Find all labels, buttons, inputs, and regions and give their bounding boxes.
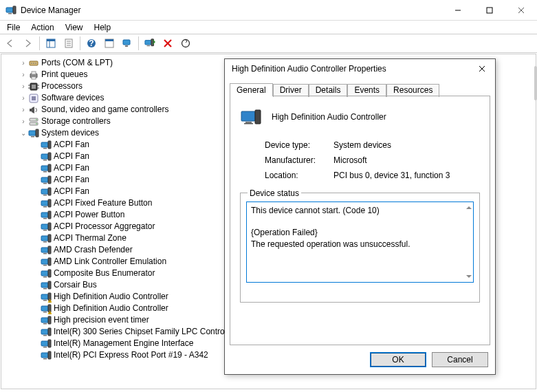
tree-item-label: ACPI Fan — [54, 151, 92, 162]
tree-item-label: System devices — [41, 127, 102, 139]
dialog-close-button[interactable] — [472, 61, 492, 77]
tree-item-label: Storage controllers — [41, 116, 113, 127]
ok-button[interactable]: OK — [370, 352, 426, 367]
toolbar: ? — [0, 34, 537, 53]
info-value: System devices — [333, 140, 480, 150]
tree-item-label: Intel(R) Management Engine Interface — [54, 338, 196, 349]
device-info-grid: Device type:System devicesManufacturer:M… — [265, 140, 480, 180]
tree-item-label: ACPI Processor Aggregator — [54, 221, 157, 232]
expand-icon[interactable]: › — [19, 80, 28, 92]
tree-item-label: Intel(R) PCI Express Root Port #19 - A34… — [54, 349, 211, 361]
nav-forward-button[interactable] — [20, 35, 36, 52]
maximize-button[interactable] — [474, 0, 505, 21]
dialog-titlebar: High Definition Audio Controller Propert… — [225, 59, 495, 78]
tree-item-label: High Definition Audio Controller — [54, 291, 171, 303]
close-button[interactable] — [505, 0, 537, 21]
cancel-button[interactable]: Cancel — [432, 352, 488, 367]
system-icon — [41, 198, 52, 209]
system-icon — [41, 175, 52, 186]
window-title: Device Manager — [21, 6, 442, 15]
tree-item-label: ACPI Fan — [54, 162, 92, 174]
port-icon — [28, 58, 39, 69]
system-icon — [41, 233, 52, 244]
tree-item-label: AMD Crash Defender — [54, 244, 135, 256]
dialog-title: High Definition Audio Controller Propert… — [232, 64, 472, 74]
svg-rect-46 — [125, 45, 128, 47]
expand-icon[interactable]: › — [19, 69, 28, 80]
dialog-tabstrip: GeneralDriverDetailsEventsResources — [225, 78, 495, 96]
device-status-label: Device status — [248, 188, 301, 198]
main-scrollbar[interactable] — [534, 54, 537, 384]
svg-rect-35 — [47, 39, 55, 41]
device-status-text[interactable]: This device cannot start. (Code 10) {Ope… — [246, 202, 474, 283]
system-icon — [41, 327, 52, 338]
properties-dialog: High Definition Audio Controller Propert… — [224, 58, 496, 375]
tree-item-label: ACPI Fan — [54, 186, 92, 197]
soft-icon — [28, 93, 39, 104]
tree-item-label: Sound, video and game controllers — [41, 104, 171, 116]
system-icon — [41, 257, 52, 268]
help-button[interactable]: ? — [83, 35, 100, 52]
system-icon — [41, 140, 52, 151]
tree-item-label: High precision event timer — [54, 314, 152, 326]
info-label: Location: — [265, 171, 333, 180]
properties-button[interactable] — [61, 35, 77, 52]
expand-icon[interactable]: › — [19, 57, 28, 69]
expand-icon[interactable]: › — [19, 104, 28, 116]
system-icon — [41, 268, 52, 279]
tab-general[interactable]: General — [230, 83, 273, 96]
tree-item-label: High Definition Audio Controller — [54, 303, 171, 314]
minimize-button[interactable] — [442, 0, 474, 21]
uninstall-device-button[interactable] — [160, 35, 176, 52]
info-value: PCI bus 0, device 31, function 3 — [333, 171, 480, 180]
storage-icon — [28, 116, 39, 127]
audio-icon — [28, 105, 39, 116]
system-warn-icon — [41, 303, 52, 314]
show-hide-button[interactable] — [43, 35, 59, 52]
device-name: High Definition Audio Controller — [272, 112, 386, 122]
options-button[interactable] — [101, 35, 118, 52]
svg-rect-44 — [105, 39, 113, 41]
system-icon — [41, 338, 52, 349]
system-icon — [41, 315, 52, 326]
tree-item-label: ACPI Power Button — [54, 209, 127, 221]
expand-icon[interactable]: › — [19, 116, 28, 127]
menubar: FileActionViewHelp — [0, 21, 537, 34]
system-icon — [41, 186, 52, 197]
expand-icon[interactable]: › — [19, 92, 28, 104]
info-label: Manufacturer: — [265, 155, 333, 165]
device-icon — [240, 106, 262, 128]
system-icon — [41, 221, 52, 232]
menu-help[interactable]: Help — [89, 22, 117, 33]
svg-rect-45 — [123, 40, 130, 45]
tree-item-label: Ports (COM & LPT) — [41, 57, 116, 69]
system-icon — [41, 280, 52, 291]
collapse-icon[interactable]: ⌄ — [19, 127, 28, 139]
system-icon — [41, 163, 52, 174]
svg-text:?: ? — [89, 39, 94, 48]
tree-item-label: Composite Bus Enumerator — [54, 268, 157, 279]
titlebar: Device Manager — [0, 0, 537, 21]
tree-item-label: ACPI Fan — [54, 174, 92, 186]
tree-item-label: Corsair Bus — [54, 279, 100, 291]
scan-hardware-button[interactable] — [142, 35, 158, 52]
svg-rect-31 — [487, 8, 492, 13]
nav-back-button[interactable] — [2, 35, 19, 52]
menu-view[interactable]: View — [60, 22, 89, 33]
tree-item-label: Software devices — [41, 92, 107, 104]
tab-general: High Definition Audio Controller Device … — [230, 96, 490, 345]
tree-item-label: AMD Link Controller Emulation — [54, 256, 169, 268]
menu-action[interactable]: Action — [25, 22, 59, 33]
svg-point-49 — [182, 40, 190, 47]
menu-file[interactable]: File — [1, 22, 25, 33]
tree-item-label: Print queues — [41, 69, 90, 80]
tree-item-label: Intel(R) 300 Series Chipset Family LPC C… — [54, 326, 239, 338]
system-warn-icon — [41, 292, 52, 303]
app-icon — [6, 5, 17, 16]
tree-item-label: ACPI Fixed Feature Button — [54, 197, 155, 209]
update-driver-button[interactable] — [177, 35, 194, 52]
printer-icon — [28, 69, 39, 80]
info-value: Microsoft — [333, 155, 480, 165]
cpu-icon — [28, 81, 39, 92]
display-devices-button[interactable] — [119, 35, 135, 52]
